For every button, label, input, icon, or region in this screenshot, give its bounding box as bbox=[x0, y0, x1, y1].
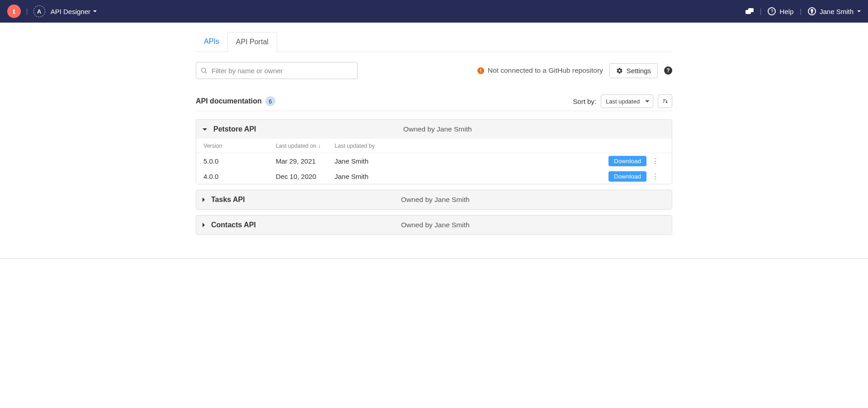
app-logo-icon[interactable]: A bbox=[33, 5, 45, 17]
chevron-down-icon bbox=[857, 10, 861, 12]
kebab-menu-icon[interactable]: ⋮ bbox=[646, 157, 665, 165]
column-header: Last updated on ↓ bbox=[276, 143, 335, 149]
api-panel-header[interactable]: Tasks APIOwned by Jane Smith bbox=[196, 190, 672, 209]
github-status-text: Not connected to a GitHub repository bbox=[488, 66, 603, 75]
updated-by-cell: Jane Smith bbox=[335, 157, 609, 165]
chat-icon[interactable] bbox=[745, 8, 754, 14]
api-panel: Tasks APIOwned by Jane Smith bbox=[196, 190, 672, 210]
settings-button[interactable]: Settings bbox=[609, 63, 658, 78]
github-status: ! Not connected to a GitHub repository bbox=[477, 66, 603, 75]
kebab-menu-icon[interactable]: ⋮ bbox=[646, 172, 665, 180]
brand-logo[interactable]: t bbox=[7, 5, 21, 18]
version-cell: 5.0.0 bbox=[203, 157, 276, 165]
svg-line-1 bbox=[205, 72, 207, 73]
divider: | bbox=[26, 8, 28, 15]
app-name-label: API Designer bbox=[51, 8, 90, 15]
api-panel-body: VersionLast updated on ↓Last updated by5… bbox=[196, 139, 672, 184]
svg-point-0 bbox=[202, 68, 206, 72]
tab-bar: APIs API Portal bbox=[196, 32, 672, 52]
sort-direction-button[interactable] bbox=[658, 94, 672, 108]
column-header: Version bbox=[203, 143, 276, 149]
sort-by-label: Sort by: bbox=[573, 98, 596, 105]
caret-right-icon bbox=[203, 197, 205, 202]
api-name: Tasks API bbox=[211, 196, 401, 204]
column-header: Last updated by bbox=[335, 143, 646, 149]
version-row: 4.0.0Dec 10, 2020Jane SmithDownload⋮ bbox=[196, 169, 672, 184]
api-owner: Owned by Jane Smith bbox=[403, 125, 665, 133]
search-input[interactable] bbox=[196, 62, 358, 79]
api-name: Petstore API bbox=[213, 125, 403, 133]
footer-divider bbox=[0, 258, 868, 259]
api-panel: Petstore APIOwned by Jane SmithVersionLa… bbox=[196, 119, 672, 184]
caret-right-icon bbox=[203, 223, 205, 227]
main-container: APIs API Portal ! Not connected to a Git… bbox=[196, 32, 672, 258]
api-panel-header[interactable]: Petstore APIOwned by Jane Smith bbox=[196, 120, 672, 139]
api-name: Contacts API bbox=[211, 221, 401, 229]
divider: | bbox=[760, 8, 762, 15]
section-title: API documentation bbox=[196, 97, 262, 105]
section-heading: API documentation 6 Sort by: Last update… bbox=[196, 94, 672, 108]
user-icon bbox=[808, 7, 816, 15]
api-owner: Owned by Jane Smith bbox=[401, 196, 665, 204]
section-count-badge: 6 bbox=[265, 96, 275, 106]
api-owner: Owned by Jane Smith bbox=[401, 221, 665, 229]
version-cell: 4.0.0 bbox=[203, 173, 276, 180]
download-button[interactable]: Download bbox=[609, 171, 646, 182]
chevron-down-icon bbox=[93, 10, 97, 12]
gear-icon bbox=[616, 67, 623, 74]
search-icon bbox=[200, 67, 208, 74]
settings-button-label: Settings bbox=[627, 67, 651, 75]
divider: | bbox=[800, 8, 802, 15]
info-help-icon[interactable]: ? bbox=[664, 66, 672, 75]
download-button[interactable]: Download bbox=[609, 156, 646, 166]
updated-by-cell: Jane Smith bbox=[335, 173, 609, 180]
sort-icon bbox=[662, 98, 668, 104]
toolbar: ! Not connected to a GitHub repository S… bbox=[196, 62, 672, 79]
app-switcher[interactable]: API Designer bbox=[51, 8, 97, 15]
help-link[interactable]: ? Help bbox=[768, 7, 793, 15]
help-label: Help bbox=[779, 8, 793, 15]
help-icon: ? bbox=[768, 7, 776, 15]
caret-down-icon bbox=[203, 128, 207, 131]
updated-on-cell: Dec 10, 2020 bbox=[276, 173, 335, 180]
api-panel: Contacts APIOwned by Jane Smith bbox=[196, 215, 672, 235]
tab-apis[interactable]: APIs bbox=[196, 32, 227, 52]
user-name-label: Jane Smith bbox=[820, 8, 854, 15]
topbar: t | A API Designer | ? Help | Jane Smith bbox=[0, 0, 868, 23]
user-menu[interactable]: Jane Smith bbox=[808, 7, 861, 15]
version-row: 5.0.0Mar 29, 2021Jane SmithDownload⋮ bbox=[196, 153, 672, 169]
search-box bbox=[196, 62, 358, 79]
api-panels: Petstore APIOwned by Jane SmithVersionLa… bbox=[196, 111, 672, 235]
api-panel-header[interactable]: Contacts APIOwned by Jane Smith bbox=[196, 216, 672, 234]
version-table-header: VersionLast updated on ↓Last updated by bbox=[196, 139, 672, 153]
sort-by-select[interactable]: Last updated bbox=[601, 94, 653, 108]
tab-api-portal[interactable]: API Portal bbox=[227, 32, 277, 52]
updated-on-cell: Mar 29, 2021 bbox=[276, 157, 335, 165]
warning-icon: ! bbox=[477, 67, 484, 74]
